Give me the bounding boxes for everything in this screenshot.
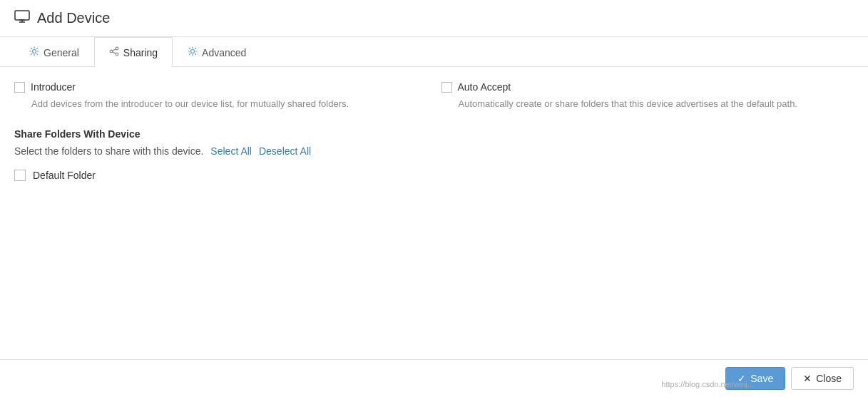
auto-accept-checkbox[interactable] (441, 82, 452, 93)
close-label: Close (816, 373, 842, 384)
folders-instructions: Select the folders to share with this de… (14, 145, 203, 157)
tab-advanced[interactable]: Advanced (173, 37, 261, 67)
deselect-all-button[interactable]: Deselect All (259, 145, 311, 157)
svg-point-4 (33, 50, 36, 53)
folder-list: Default Folder (14, 167, 854, 184)
svg-point-6 (110, 50, 113, 53)
folders-header: Select the folders to share with this de… (14, 145, 854, 157)
dialog-footer: https://blog.csdn.net/weij... ✓ Save ✕ C… (0, 359, 868, 397)
footer-url: https://blog.csdn.net/weij... (661, 380, 754, 388)
tab-sharing[interactable]: Sharing (94, 37, 173, 67)
svg-point-7 (116, 53, 118, 56)
introducer-row: Introducer (14, 81, 427, 93)
auto-accept-label: Auto Accept (458, 81, 511, 93)
introducer-description: Add devices from the introducer to our d… (31, 97, 427, 111)
introducer-label: Introducer (31, 81, 76, 93)
dialog-body: Introducer Add devices from the introduc… (0, 67, 868, 359)
svg-point-5 (116, 47, 118, 50)
options-grid: Introducer Add devices from the introduc… (14, 81, 854, 111)
svg-rect-0 (15, 11, 29, 20)
tab-advanced-label: Advanced (202, 47, 246, 58)
select-all-button[interactable]: Select All (210, 145, 252, 157)
close-button[interactable]: ✕ Close (791, 367, 854, 390)
tab-sharing-label: Sharing (123, 47, 158, 58)
add-device-dialog: Add Device General Sha (0, 0, 868, 397)
introducer-block: Introducer Add devices from the introduc… (14, 81, 427, 111)
svg-line-9 (113, 52, 116, 53)
folder-name: Default Folder (33, 170, 96, 181)
auto-accept-description: Automatically create or share folders th… (459, 97, 854, 111)
svg-line-8 (113, 49, 116, 51)
tabs-bar: General Sharing Advanced (0, 37, 868, 67)
page-title: Add Device (37, 10, 110, 26)
share-folders-title: Share Folders With Device (14, 128, 854, 140)
general-tab-icon (29, 46, 39, 58)
introducer-checkbox[interactable] (14, 82, 25, 93)
list-item: Default Folder (14, 167, 854, 184)
tab-general[interactable]: General (14, 37, 94, 67)
auto-accept-block: Auto Accept Automatically create or shar… (441, 81, 854, 111)
share-folders-section: Share Folders With Device Select the fol… (14, 128, 854, 184)
tab-general-label: General (44, 47, 79, 58)
sharing-tab-icon (109, 46, 119, 58)
folder-checkbox[interactable] (14, 170, 26, 181)
save-label: Save (750, 373, 773, 384)
device-icon (14, 10, 30, 26)
auto-accept-row: Auto Accept (441, 81, 854, 93)
advanced-tab-icon (188, 46, 198, 58)
close-icon: ✕ (803, 373, 812, 384)
dialog-header: Add Device (0, 0, 868, 37)
svg-point-10 (191, 50, 195, 53)
